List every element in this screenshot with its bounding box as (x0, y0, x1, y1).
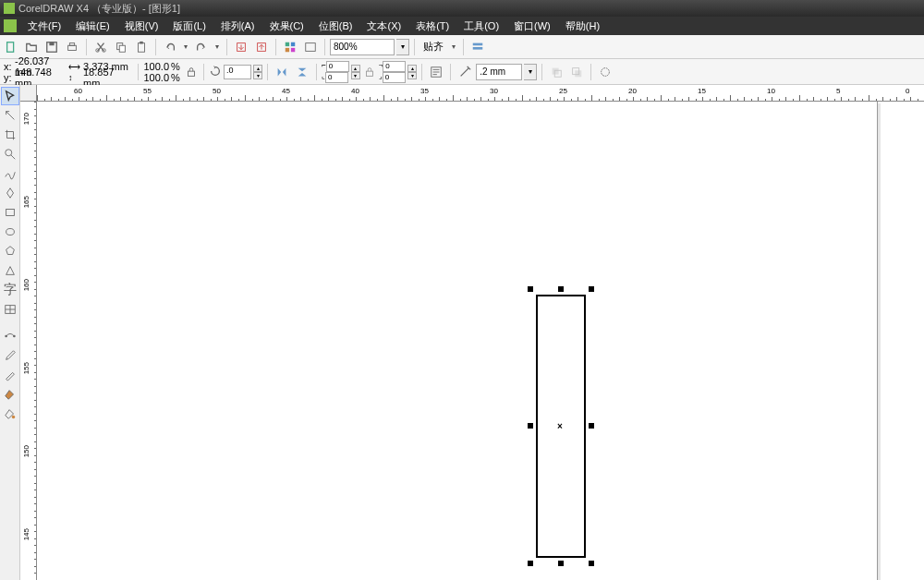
copy-icon[interactable] (112, 38, 130, 56)
interactive-tool-icon[interactable] (1, 327, 19, 345)
fill-tool-icon[interactable] (1, 385, 19, 404)
corner-bl-input[interactable]: 0 (325, 72, 348, 83)
outline-tool-icon[interactable] (1, 366, 19, 384)
titlebar: CorelDRAW X4 （专业版）- [图形1] (0, 0, 924, 17)
scale-x[interactable]: 100.0 (143, 61, 171, 72)
corner-spinner-1[interactable]: ▴▾ (351, 65, 360, 79)
options-icon[interactable] (468, 38, 487, 56)
open-icon[interactable] (22, 38, 41, 56)
menu-file[interactable]: 文件(F) (20, 18, 68, 35)
menu-window[interactable]: 窗口(W) (506, 18, 558, 35)
svg-rect-0 (7, 42, 14, 52)
app-launcher-icon[interactable] (281, 38, 299, 56)
zoom-tool-icon[interactable] (1, 145, 19, 163)
import-icon[interactable] (232, 38, 250, 56)
zoom-dropdown-icon[interactable]: ▾ (396, 39, 409, 55)
svg-rect-21 (366, 71, 372, 76)
menubar: 文件(F) 编辑(E) 视图(V) 版面(L) 排列(A) 效果(C) 位图(B… (0, 17, 924, 35)
svg-rect-20 (188, 71, 195, 76)
outline-width-input[interactable]: .2 mm (476, 64, 522, 80)
handle-middle-right[interactable] (589, 423, 594, 429)
vertical-ruler[interactable]: 170 165 160 155 150 145 (20, 85, 37, 580)
svg-rect-16 (291, 47, 295, 51)
basic-shapes-icon[interactable] (1, 261, 19, 280)
corner-tl-input[interactable]: 0 (326, 61, 349, 72)
menu-help[interactable]: 帮助(H) (558, 18, 607, 35)
drawing-canvas[interactable]: × (37, 102, 924, 580)
rotation-input[interactable]: .0 (224, 65, 251, 79)
rotate-icon (209, 65, 222, 79)
table-tool-icon[interactable] (1, 300, 19, 319)
handle-bottom-left[interactable] (528, 561, 533, 566)
pick-tool-icon[interactable] (1, 87, 19, 105)
redo-icon[interactable] (192, 38, 211, 56)
ellipse-tool-icon[interactable] (1, 223, 19, 241)
corner-spinner-2[interactable]: ▴▾ (407, 65, 417, 79)
handle-top-left[interactable] (528, 286, 533, 292)
handle-bottom-center[interactable] (558, 561, 564, 566)
handle-bottom-right[interactable] (589, 561, 594, 566)
welcome-icon[interactable] (301, 38, 320, 56)
menu-table[interactable]: 表格(T) (408, 18, 456, 35)
menu-view[interactable]: 视图(V) (117, 18, 166, 35)
shape-tool-icon[interactable] (1, 106, 19, 125)
to-front-icon[interactable] (547, 63, 565, 81)
snap-dropdown-icon[interactable]: ▾ (449, 38, 458, 56)
mirror-h-icon[interactable] (273, 63, 291, 81)
height-icon: ↕ (68, 73, 81, 82)
corner-br-input[interactable]: 0 (383, 72, 406, 83)
convert-curves-icon[interactable] (596, 63, 614, 81)
y-label: y: (4, 72, 13, 83)
rectangle-tool-icon[interactable] (1, 203, 19, 222)
app-menu-icon[interactable] (4, 19, 17, 32)
print-icon[interactable] (63, 38, 81, 56)
ruler-origin[interactable] (20, 85, 37, 102)
outline-pen-icon[interactable] (456, 63, 474, 81)
text-tool-icon[interactable]: 字 (1, 281, 19, 299)
smart-fill-icon[interactable] (1, 184, 19, 202)
paste-icon[interactable] (132, 38, 151, 56)
outline-dropdown-icon[interactable]: ▾ (524, 64, 537, 80)
cut-icon[interactable] (91, 38, 110, 56)
interactive-fill-icon[interactable] (1, 405, 19, 423)
menu-arrange[interactable]: 排列(A) (213, 18, 262, 35)
selection-center-icon[interactable]: × (557, 421, 563, 431)
handle-top-center[interactable] (558, 286, 564, 292)
svg-rect-25 (576, 70, 582, 77)
eyedropper-tool-icon[interactable] (1, 346, 19, 365)
canvas-area: 60 55 50 45 40 35 30 25 20 15 10 5 0 (37, 85, 924, 580)
corner-lock-icon[interactable] (362, 63, 377, 81)
handle-top-right[interactable] (589, 286, 594, 292)
rotation-spinner[interactable]: ▴▾ (253, 65, 262, 79)
export-icon[interactable] (252, 38, 271, 56)
undo-icon[interactable] (161, 38, 179, 56)
svg-rect-18 (473, 42, 483, 45)
crop-tool-icon[interactable] (1, 126, 19, 144)
undo-dropdown-icon[interactable]: ▾ (181, 38, 190, 56)
app-icon (4, 3, 15, 14)
save-icon[interactable] (43, 38, 61, 56)
lock-ratio-icon[interactable] (184, 63, 199, 81)
zoom-level-input[interactable]: 800% (330, 39, 395, 55)
polygon-tool-icon[interactable] (1, 242, 19, 260)
mirror-v-icon[interactable] (293, 63, 311, 81)
new-icon[interactable] (2, 38, 20, 56)
menu-tools[interactable]: 工具(O) (456, 18, 506, 35)
freehand-tool-icon[interactable] (1, 164, 19, 183)
handle-middle-left[interactable] (528, 423, 533, 429)
corner-tr-input[interactable]: 0 (383, 61, 406, 72)
menu-layout[interactable]: 版面(L) (165, 18, 213, 35)
menu-edit[interactable]: 编辑(E) (68, 18, 117, 35)
window-title: CorelDRAW X4 （专业版）- [图形1] (18, 2, 180, 16)
menu-text[interactable]: 文本(X) (359, 18, 408, 35)
width-icon: ⟷ (68, 62, 81, 71)
horizontal-ruler[interactable]: 60 55 50 45 40 35 30 25 20 15 10 5 0 (37, 85, 924, 102)
menu-effects[interactable]: 效果(C) (262, 18, 311, 35)
svg-rect-13 (286, 42, 289, 45)
to-back-icon[interactable] (567, 63, 586, 81)
scale-y[interactable]: 100.0 (143, 72, 171, 83)
snap-label[interactable]: 贴齐 (419, 40, 447, 54)
menu-bitmaps[interactable]: 位图(B) (311, 18, 360, 35)
text-wrap-icon[interactable] (427, 63, 445, 81)
redo-dropdown-icon[interactable]: ▾ (213, 38, 222, 56)
